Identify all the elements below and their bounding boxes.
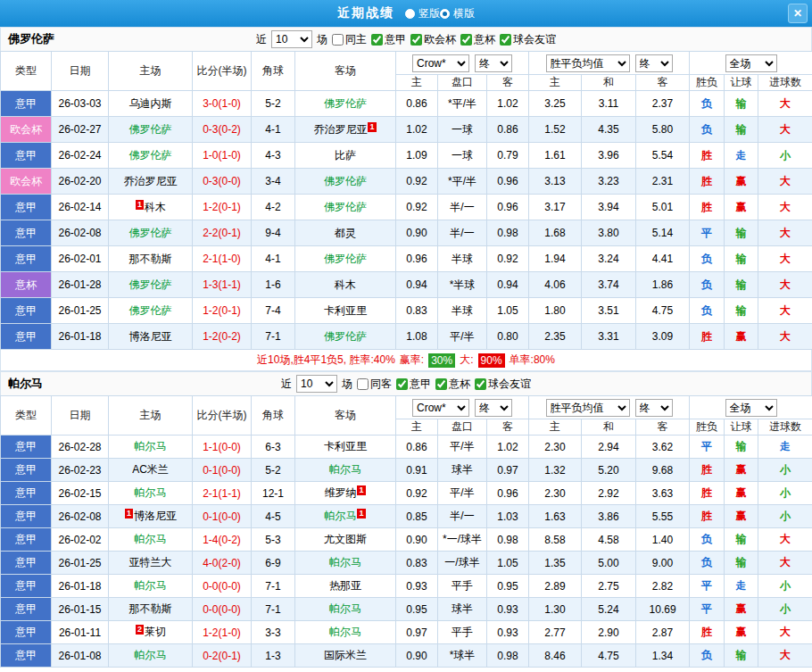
away-team: 乔治罗尼亚1	[295, 117, 396, 143]
europe-time-select[interactable]: 终	[635, 399, 673, 417]
win-rate-label: 赢率:	[400, 353, 424, 368]
europe-away-odds: 5.54	[636, 143, 690, 169]
handicap-home-odds: 0.90	[396, 528, 438, 552]
league-badge: 意甲	[1, 436, 52, 459]
match-result: 胜	[690, 195, 725, 220]
league-filter-4[interactable]: 球会友谊	[500, 32, 556, 47]
handicap-time-select[interactable]: 终	[475, 54, 512, 72]
goals-result: 小	[758, 575, 812, 598]
odds-company-select[interactable]: Crow*	[412, 54, 469, 72]
handicap-away-odds: 0.98	[487, 220, 529, 246]
league-filter-0[interactable]: 同主	[332, 32, 367, 47]
score: 0-1(0-0)	[193, 459, 252, 482]
away-team: 热那亚	[295, 575, 396, 598]
page-title: 近期战绩	[337, 5, 394, 21]
handicap-away-odds: 0.92	[487, 246, 529, 272]
red-card-badge: 1	[125, 509, 133, 519]
handicap-result: 输	[725, 117, 758, 143]
away-team: 帕尔马	[295, 459, 396, 482]
sub-column-header: 盘口	[438, 75, 487, 91]
league-filter-checkbox[interactable]	[410, 34, 422, 46]
europe-odds-select[interactable]: 胜平负均值	[546, 399, 630, 417]
corner-score: 6-3	[252, 436, 295, 459]
matches-table: 类型日期主场比分(半场)角球客场Crow*终胜平负均值终全场主盘口客主和客胜负让…	[0, 395, 812, 668]
europe-filter-cell: 胜平负均值终	[529, 52, 690, 75]
league-filter-checkbox[interactable]	[396, 378, 408, 390]
handicap-result: 赢	[725, 459, 758, 482]
handicap-line: *球半	[438, 644, 487, 668]
match-date: 26-01-28	[52, 272, 109, 298]
europe-home-odds: 1.63	[529, 505, 582, 528]
league-filter-3[interactable]: 球会友谊	[475, 377, 531, 392]
home-team: 佛罗伦萨	[109, 220, 193, 246]
scope-select[interactable]: 全场	[725, 399, 777, 417]
handicap-result: 赢	[725, 324, 758, 350]
handicap-home-odds: 0.97	[396, 621, 438, 644]
league-filter-checkbox[interactable]	[371, 34, 383, 46]
handicap-home-odds: 0.85	[396, 505, 438, 528]
score: 0-3(0-0)	[193, 169, 252, 195]
away-team: 比萨	[295, 143, 396, 169]
home-team: 佛罗伦萨	[109, 298, 193, 324]
league-badge: 欧会杯	[1, 117, 52, 143]
sub-column-header: 客	[487, 75, 529, 91]
corner-score: 9-4	[252, 220, 295, 246]
away-team: 都灵	[295, 220, 396, 246]
europe-draw-odds: 5.00	[582, 552, 636, 575]
home-team-name: 佛罗伦萨	[129, 304, 172, 317]
league-filter-2[interactable]: 欧会杯	[410, 32, 456, 47]
corner-score: 12-1	[252, 482, 295, 505]
league-filter-checkbox[interactable]	[500, 34, 511, 46]
europe-draw-odds: 3.94	[582, 195, 636, 220]
handicap-line: *一/球半	[438, 528, 487, 552]
league-filter-0[interactable]: 同客	[357, 377, 392, 392]
away-team-name: 佛罗伦萨	[324, 175, 367, 187]
view-radio-1[interactable]: 横版	[440, 6, 475, 21]
odds-company-select[interactable]: Crow*	[412, 399, 469, 417]
league-filter-1[interactable]: 意甲	[371, 32, 406, 47]
match-result: 胜	[690, 169, 725, 195]
sub-column-header: 主	[529, 419, 582, 436]
handicap-line: 球半	[438, 598, 487, 621]
sub-column-header: 客	[487, 419, 529, 436]
view-radio-0[interactable]: 竖版	[405, 6, 440, 21]
league-filter-1[interactable]: 意甲	[396, 377, 431, 392]
europe-home-odds: 1.30	[529, 598, 582, 621]
league-filter-checkbox[interactable]	[332, 34, 344, 46]
match-count-select[interactable]: 10	[296, 375, 337, 393]
match-row: 意甲26-02-141科木1-2(0-1)4-2佛罗伦萨0.92半/一0.963…	[1, 195, 812, 220]
league-filter-checkbox[interactable]	[475, 378, 486, 390]
goals-result: 小	[758, 143, 812, 169]
sub-column-header: 胜负	[690, 419, 725, 436]
league-filter-checkbox[interactable]	[357, 378, 369, 390]
league-badge: 意甲	[1, 575, 52, 598]
column-header: 主场	[109, 396, 193, 436]
handicap-result: 输	[725, 220, 758, 246]
europe-odds-select[interactable]: 胜平负均值	[546, 54, 630, 72]
away-team: 国际米兰	[295, 644, 396, 668]
handicap-line: 半球	[438, 246, 487, 272]
europe-home-odds: 4.06	[529, 272, 582, 298]
league-filter-2[interactable]: 意杯	[435, 377, 470, 392]
league-filter-checkbox[interactable]	[435, 378, 447, 390]
handicap-home-odds: 0.91	[396, 459, 438, 482]
handicap-away-odds: 0.80	[487, 324, 529, 350]
handicap-away-odds: 1.05	[487, 552, 529, 575]
match-row: 意甲26-02-081博洛尼亚0-1(0-0)4-5帕尔马10.85半/一1.0…	[1, 505, 812, 528]
handicap-time-select[interactable]: 终	[475, 399, 512, 417]
away-team: 帕尔马	[295, 598, 396, 621]
away-team: 佛罗伦萨	[295, 246, 396, 272]
column-header: 日期	[52, 396, 109, 436]
league-filter-3[interactable]: 意杯	[460, 32, 495, 47]
goals-result: 大	[758, 528, 812, 552]
match-row: 欧会杯26-02-20乔治罗尼亚0-3(0-0)3-4佛罗伦萨0.92*平/半0…	[1, 169, 812, 195]
match-count-select[interactable]: 10	[271, 30, 312, 48]
league-filter-checkbox[interactable]	[460, 34, 472, 46]
europe-time-select[interactable]: 终	[635, 54, 673, 72]
handicap-result: 输	[725, 552, 758, 575]
home-team: 帕尔马	[109, 436, 193, 459]
scope-select[interactable]: 全场	[725, 54, 777, 72]
sub-column-header: 主	[396, 419, 438, 436]
filter-header-row: 类型日期主场比分(半场)角球客场Crow*终胜平负均值终全场	[1, 396, 812, 419]
close-button[interactable]: ✕	[788, 4, 808, 23]
